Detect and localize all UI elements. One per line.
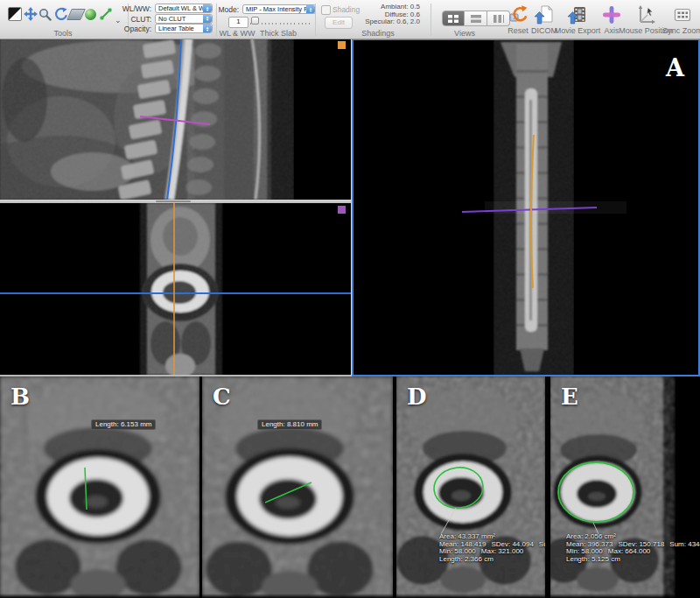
axial-mri-image	[0, 203, 351, 375]
view-layout-rows-button[interactable]	[465, 11, 487, 26]
sync-zoom-icon	[673, 5, 692, 25]
slider-track	[250, 23, 310, 25]
pan-icon	[24, 7, 38, 21]
slab-thickness-input[interactable]: 1	[228, 17, 248, 28]
opacity-label: Opacity:	[124, 25, 151, 33]
length-measurement-c[interactable]: Length: 8.810 mm	[257, 419, 322, 430]
slab-mode-stepper-icon[interactable]: ▲▼	[306, 5, 315, 13]
left-viewport-column	[0, 39, 352, 376]
slab-thickness-slider[interactable]	[250, 17, 310, 25]
zoom-panel-e[interactable]: E Area: 2.056 cm² Mean: 396.373SDev: 150…	[550, 376, 700, 598]
mouse-position-icon	[635, 4, 656, 25]
axial-viewport[interactable]	[0, 203, 351, 375]
axial-plane-marker[interactable]	[338, 206, 346, 214]
axial-zoom-image-b	[0, 376, 200, 598]
toolbar: ⌄ Tools WL/WW: Default WL & W▲▼ CLUT: No…	[0, 0, 700, 39]
mpr-viewports: A	[0, 39, 700, 376]
rotate-icon	[53, 7, 67, 21]
shadings-group-label: Shadings	[361, 29, 395, 38]
rows-layout-icon	[471, 15, 481, 23]
coronal-mri-image	[354, 40, 698, 375]
shading-values: Ambiant: 0.5 Diffuse: 0.6 Specular: 0.6,…	[341, 4, 420, 26]
sagittal-viewport[interactable]	[0, 39, 351, 200]
panel-label-a: A	[666, 54, 684, 81]
clut-label: CLUT:	[130, 15, 151, 24]
zoom-panel-b[interactable]: B Length: 6.153 mm	[0, 376, 200, 598]
contrast-icon	[8, 7, 22, 21]
sync-zoom-button[interactable]: Sync Zoom	[656, 4, 700, 35]
views-group-label: Views	[454, 29, 475, 38]
sagittal-plane-marker[interactable]	[338, 41, 346, 49]
length-measurement-b[interactable]: Length: 6.153 mm	[91, 419, 156, 430]
zoom-panel-d[interactable]: D Area: 43.337 mm² Mean: 148.419SDev: 44…	[396, 376, 545, 598]
coronal-viewport-selected[interactable]: A	[352, 39, 700, 376]
thick-slab-group-label: Thick Slab	[260, 29, 297, 38]
zoomed-axial-strip: B Length: 6.153 mm	[0, 376, 700, 598]
wlww-group-label: WL & WW	[219, 29, 255, 38]
opacity-stepper-icon[interactable]: ▲▼	[203, 25, 212, 32]
panel-label-e: E	[561, 383, 578, 410]
grid-layout-icon	[448, 15, 458, 23]
slab-mode-dropdown[interactable]: MIP - Max Intensity Pro▲▼	[242, 4, 316, 14]
clut-dropdown[interactable]: No CLUT▲▼	[155, 14, 213, 24]
clut-stepper-icon[interactable]: ▲▼	[203, 15, 212, 23]
panel-label-d: D	[407, 383, 427, 410]
wlww-contrast-tool-button[interactable]	[7, 5, 22, 23]
point-tool-button[interactable]	[83, 5, 98, 23]
opacity-dropdown[interactable]: Linear Table▲▼	[155, 24, 213, 33]
zoom-panel-c[interactable]: C Length: 8.810 mm	[202, 376, 393, 598]
panel-label-c: C	[213, 383, 231, 410]
pan-tool-button[interactable]	[23, 5, 38, 23]
roi-stats-d[interactable]: Area: 43.337 mm² Mean: 148.419SDev: 44.0…	[439, 533, 545, 563]
strip-bottom-shade	[0, 594, 700, 598]
magnifier-icon	[38, 8, 52, 21]
rotate-tool-button[interactable]	[52, 5, 67, 23]
slab-tool-button[interactable]	[68, 5, 83, 23]
shading-checkbox[interactable]	[321, 5, 331, 15]
mpr-viewer-window: ⌄ Tools WL/WW: Default WL & W▲▼ CLUT: No…	[0, 0, 700, 598]
view-layout-grid-button[interactable]	[442, 11, 465, 26]
zoom-tool-button[interactable]	[38, 5, 52, 23]
sagittal-mri-image	[0, 39, 351, 200]
slider-thumb[interactable]	[251, 17, 259, 25]
specular-value: Specular: 0.6, 2.0	[341, 18, 420, 26]
splitter-handle-icon	[156, 201, 191, 202]
mode-label: Mode:	[218, 5, 239, 14]
wlww-label: WL/WW:	[122, 4, 151, 13]
axis-icon	[602, 5, 621, 25]
sphere-icon	[85, 9, 96, 20]
roi-stats-e[interactable]: Area: 2.056 cm² Mean: 396.373SDev: 150.7…	[566, 533, 700, 563]
panel-label-b: B	[10, 383, 30, 410]
tools-group-label: Tools	[53, 29, 72, 38]
